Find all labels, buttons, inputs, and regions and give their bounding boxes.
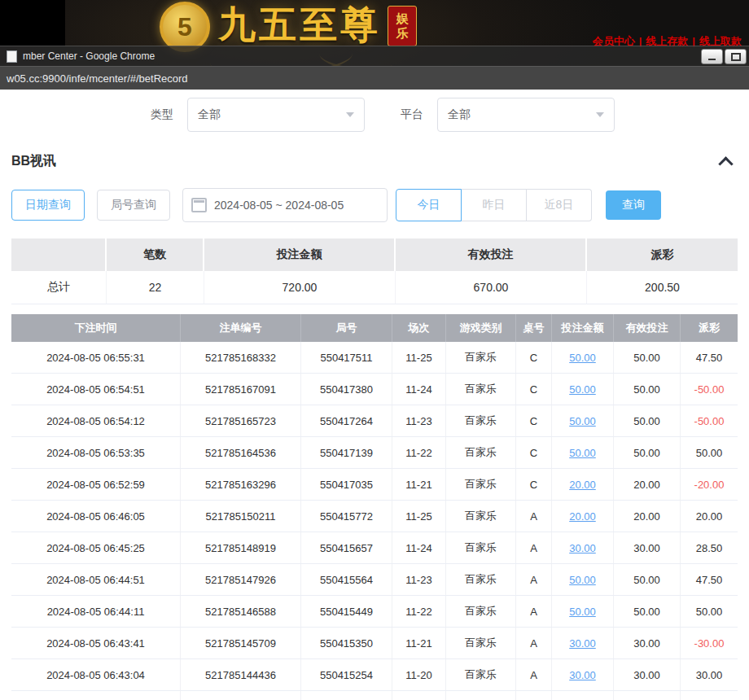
range-button-group: 今日昨日近8日 [396, 189, 592, 221]
bet-amount[interactable]: 20.00 [552, 469, 614, 500]
search-button[interactable]: 查询 [606, 190, 661, 220]
bet-amount[interactable]: 50.00 [552, 405, 614, 436]
bet-amount[interactable]: 50.00 [552, 564, 614, 595]
bet-amount[interactable]: 50.00 [552, 342, 614, 373]
session: 11-22 [392, 596, 446, 627]
summary-header-row: 笔数投注金额有效投注派彩 [11, 238, 738, 271]
bet-table-header-row: 下注时间注单编号局号场次游戏类别桌号投注金额有效投注派彩 [11, 314, 738, 342]
session: 11-24 [392, 532, 446, 563]
bet-time: 2024-08-05 06:54:51 [11, 374, 181, 405]
bet-column-header: 桌号 [516, 314, 552, 342]
platform-filter-label: 平台 [401, 107, 423, 122]
order-no: 521785150211 [181, 501, 301, 532]
order-no: 521785168332 [181, 342, 301, 373]
valid-bet: 30.00 [614, 532, 681, 563]
bet-time: 2024-08-05 06:43:04 [11, 659, 181, 690]
bet-amount[interactable]: 50.00 [552, 596, 614, 627]
bet-column-header: 投注金额 [552, 314, 614, 342]
session: 11-22 [392, 437, 446, 468]
game-type: 百家乐 [446, 374, 516, 405]
page-content: 类型 全部 平台 全部 BB视讯 日期查询 局号查询 [0, 90, 749, 700]
table-no: C [516, 437, 552, 468]
valid-bet: 50.00 [614, 405, 681, 436]
bet-amount[interactable]: 30.00 [552, 628, 614, 658]
minimize-button[interactable] [701, 49, 723, 64]
order-no: 521785147926 [181, 564, 301, 595]
section-title: BB视讯 [11, 153, 56, 170]
table-no: A [516, 564, 552, 595]
collapse-chevron-up-icon[interactable] [718, 156, 733, 171]
game-type: 百家乐 [446, 659, 516, 690]
session: 11-19 [392, 691, 446, 700]
valid-bet: 20.00 [614, 469, 681, 500]
valid-bet: 50.00 [614, 437, 681, 468]
round-no: 550415254 [301, 659, 392, 690]
table-row: 2024-08-05 06:43:41521785145709550415350… [11, 628, 738, 659]
range-button-2[interactable]: 近8日 [527, 189, 592, 221]
bet-column-header: 注单编号 [181, 314, 301, 342]
window-title: mber Center - Google Chrome [23, 50, 155, 62]
table-no: A [516, 596, 552, 627]
game-type: 百家乐 [446, 532, 516, 563]
date-range-input[interactable]: 2024-08-05 ~ 2024-08-05 [182, 188, 388, 222]
bet-amount[interactable]: 50.00 [552, 437, 614, 468]
payout: 50.00 [681, 596, 738, 627]
window-title-bar[interactable]: mber Center - Google Chrome [0, 46, 749, 66]
round-no: 550417139 [301, 437, 392, 468]
platform-filter-value: 全部 [448, 107, 471, 122]
address-bar[interactable]: w05.cc:9900/infe/mcenter/#/betRecord [0, 66, 749, 90]
order-no: 521785145709 [181, 628, 301, 658]
session: 11-21 [392, 628, 446, 658]
game-type: 百家乐 [446, 342, 516, 373]
date-query-button[interactable]: 日期查询 [11, 190, 85, 221]
screen: 5 九五至尊 娱乐 会员中心|线上存款|线上取款 mber Center - G… [0, 0, 749, 700]
range-button-1[interactable]: 昨日 [462, 189, 527, 221]
chevron-down-icon [596, 112, 604, 117]
bet-amount[interactable]: 30.00 [552, 691, 614, 700]
filter-row: 类型 全部 平台 全部 [151, 90, 749, 132]
summary-header-cell: 投注金额 [204, 238, 396, 271]
game-type: 百家乐 [446, 596, 516, 627]
type-filter-select[interactable]: 全部 [187, 98, 365, 132]
bet-column-header: 有效投注 [614, 314, 681, 342]
table-row: 2024-08-05 06:52:59521785163296550417035… [11, 469, 738, 501]
session: 11-23 [392, 405, 446, 436]
range-button-0[interactable]: 今日 [396, 189, 462, 221]
bet-table-body: 2024-08-05 06:55:31521785168332550417511… [11, 342, 738, 700]
table-no: A [516, 532, 552, 563]
valid-bet: 50.00 [614, 596, 681, 627]
round-query-button[interactable]: 局号查询 [97, 190, 170, 221]
payout: -30.00 [681, 628, 738, 658]
table-no: C [516, 342, 552, 373]
bet-column-header: 游戏类别 [446, 314, 516, 342]
round-no: 550415772 [301, 501, 392, 532]
valid-bet: 50.00 [614, 564, 681, 595]
bet-time: 2024-08-05 06:44:11 [11, 596, 181, 627]
valid-bet: 20.00 [614, 501, 681, 532]
platform-filter-select[interactable]: 全部 [437, 98, 615, 132]
round-no: 550417264 [301, 405, 392, 436]
summary-value-cell: 670.00 [396, 271, 587, 304]
logo-badge: 娱乐 [388, 6, 417, 46]
game-type: 百家乐 [446, 501, 516, 532]
game-type: 百家乐 [446, 405, 516, 436]
bet-amount[interactable]: 30.00 [552, 532, 614, 563]
maximize-button[interactable] [725, 49, 747, 64]
maximize-icon [731, 53, 741, 61]
bet-column-header: 派彩 [681, 314, 738, 342]
summary-body-row: 总计22720.00670.00200.50 [11, 271, 738, 304]
table-no: A [516, 659, 552, 690]
game-type: 百家乐 [446, 437, 516, 468]
order-no: 521785144436 [181, 659, 301, 690]
bet-amount[interactable]: 50.00 [552, 374, 614, 405]
round-no: 550417380 [301, 374, 392, 405]
valid-bet: 30.00 [614, 628, 681, 658]
round-no: 550415564 [301, 564, 392, 595]
date-range-value: 2024-08-05 ~ 2024-08-05 [214, 199, 344, 212]
round-no: 550417035 [301, 469, 392, 500]
bet-amount[interactable]: 20.00 [552, 501, 614, 532]
bet-amount[interactable]: 30.00 [552, 659, 614, 690]
table-row: 2024-08-05 06:46:05521785150211550415772… [11, 501, 738, 532]
round-no: 550415123 [301, 691, 392, 700]
order-no: 521785148919 [181, 532, 301, 563]
